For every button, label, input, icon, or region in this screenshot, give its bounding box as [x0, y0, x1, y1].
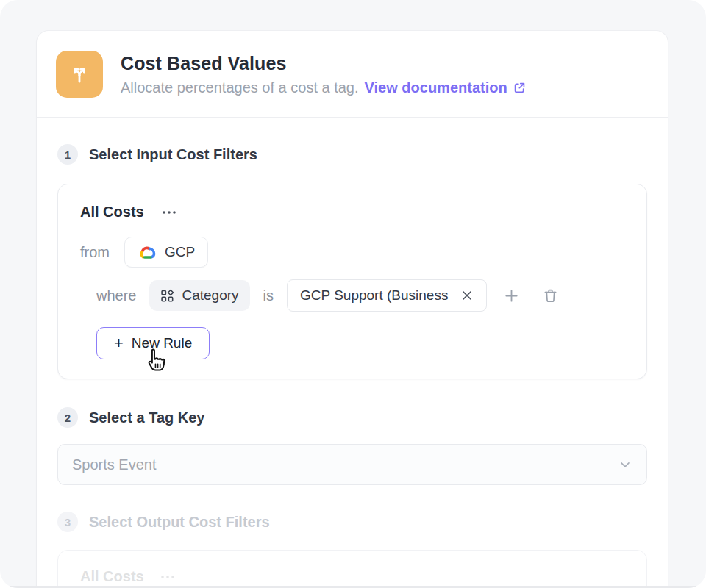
remove-value-icon[interactable] [459, 287, 475, 304]
step-2-header: 2 Select a Tag Key [57, 407, 647, 428]
filter-card-title: All Costs [80, 204, 144, 220]
step-1-label: Select Input Cost Filters [89, 146, 257, 163]
cost-based-values-modal-frame: Cost Based Values Allocate percentages o… [0, 0, 706, 588]
new-rule-button[interactable]: + New Rule [96, 327, 210, 359]
external-link-icon [513, 81, 527, 95]
where-label: where [96, 287, 136, 304]
new-rule-label: New Rule [132, 335, 192, 351]
panel-header: Cost Based Values Allocate percentages o… [37, 31, 668, 118]
field-chip-label: Category [182, 287, 238, 304]
cost-based-values-panel: Cost Based Values Allocate percentages o… [37, 31, 668, 588]
field-chip-category[interactable]: Category [149, 280, 249, 311]
tag-key-select-value: Sports Event [72, 456, 157, 473]
from-label: from [80, 244, 110, 261]
trash-icon[interactable] [541, 286, 560, 306]
source-chip-label: GCP [165, 244, 195, 260]
value-chip-label: GCP Support (Business [300, 287, 448, 304]
panel-content: 1 Select Input Cost Filters All Costs fr… [37, 144, 668, 588]
step-3-badge: 3 [57, 512, 78, 532]
operator-label: is [263, 287, 274, 304]
input-cost-filter-card: All Costs from [57, 184, 647, 379]
ellipsis-menu-icon[interactable] [159, 206, 179, 219]
category-grid-icon [160, 289, 174, 303]
gcp-logo-icon [138, 245, 157, 260]
header-text: Cost Based Values Allocate percentages o… [121, 53, 527, 96]
plus-icon: + [114, 335, 124, 351]
ellipsis-menu-icon-faded [159, 573, 176, 581]
step-3-label: Select Output Cost Filters [89, 514, 270, 531]
page-subtitle: Allocate percentages of a cost a tag. [121, 79, 359, 96]
chevron-down-icon [618, 457, 632, 472]
step-3-header: 3 Select Output Cost Filters [57, 512, 647, 532]
view-documentation-link[interactable]: View documentation [365, 79, 527, 96]
source-chip-gcp[interactable]: GCP [124, 237, 208, 268]
output-cost-filter-card-disabled: All Costs [57, 550, 647, 588]
split-arrows-icon [56, 51, 103, 98]
value-chip[interactable]: GCP Support (Business [287, 279, 487, 312]
tag-key-select[interactable]: Sports Event [57, 444, 647, 485]
page-title: Cost Based Values [121, 53, 527, 74]
add-value-icon[interactable] [502, 286, 521, 306]
faded-card-title: All Costs [80, 568, 144, 585]
step-1-badge: 1 [57, 144, 78, 165]
step-2-label: Select a Tag Key [89, 409, 204, 426]
step-2-badge: 2 [57, 407, 78, 428]
step-1-header: 1 Select Input Cost Filters [57, 144, 647, 165]
